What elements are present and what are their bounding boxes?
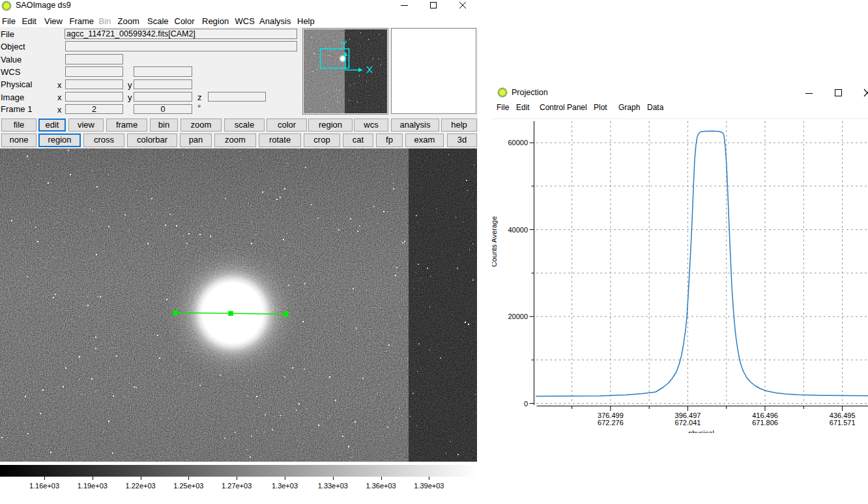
svg-text:672.041: 672.041 <box>675 419 701 427</box>
svg-text:Counts Average: Counts Average <box>492 216 498 267</box>
svg-text:671.806: 671.806 <box>752 419 778 427</box>
svg-text:20000: 20000 <box>508 313 528 320</box>
svg-text:40000: 40000 <box>508 226 528 234</box>
svg-text:60000: 60000 <box>508 139 528 147</box>
svg-text:671.571: 671.571 <box>830 419 856 427</box>
svg-text:672.276: 672.276 <box>598 419 624 427</box>
svg-text:0: 0 <box>524 400 528 408</box>
svg-text:physical: physical <box>688 429 714 434</box>
